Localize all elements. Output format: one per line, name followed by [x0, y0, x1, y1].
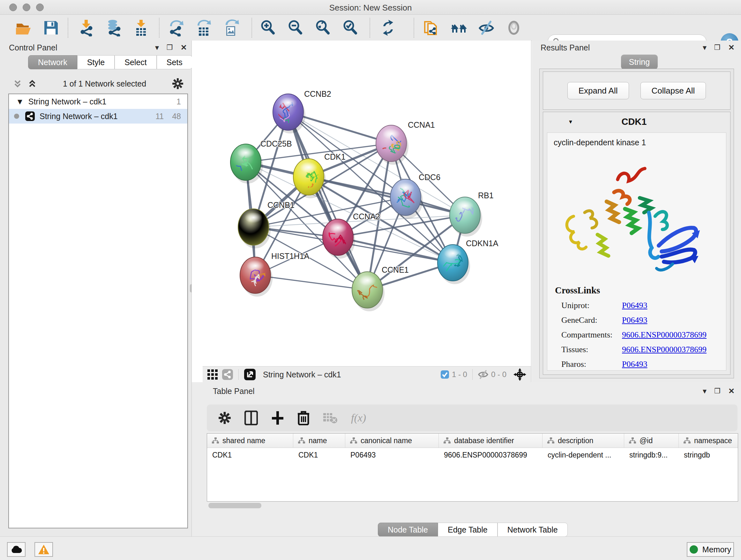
- network-share-gray-icon[interactable]: [222, 369, 233, 380]
- hide-selected-eye-icon[interactable]: [477, 19, 495, 37]
- table-cell[interactable]: P06493: [345, 448, 439, 462]
- column-type-icon: [547, 437, 555, 444]
- control-panel-title: Control Panel: [9, 43, 57, 52]
- export-image-icon[interactable]: [222, 19, 240, 37]
- column-header-description[interactable]: description: [542, 434, 624, 448]
- column-type-icon: [298, 437, 306, 444]
- table-horizontal-scrollbar[interactable]: [208, 503, 261, 508]
- control-panel-float-icon[interactable]: ❒: [166, 44, 173, 52]
- crosslink-link[interactable]: P06493: [622, 301, 647, 310]
- fit-selected-crosshair-icon[interactable]: [514, 368, 526, 381]
- column-header-shared-name[interactable]: shared name: [207, 434, 293, 448]
- tab-select[interactable]: Select: [115, 55, 156, 69]
- add-column-plus-icon[interactable]: [271, 411, 284, 425]
- table-cell[interactable]: stringdb: [679, 448, 738, 462]
- node-label-cdkn1a: CDKN1A: [466, 239, 498, 248]
- clone-network-icon[interactable]: [422, 19, 441, 37]
- network-collection-row[interactable]: ▼ String Network – cdk1 1: [9, 94, 187, 109]
- import-table-file-icon[interactable]: [132, 19, 150, 37]
- control-panel-close-icon[interactable]: ✕: [181, 43, 187, 52]
- table-row[interactable]: CDK1CDK1P064939606.ENSP00000378699cyclin…: [207, 448, 738, 462]
- column-header-name[interactable]: name: [293, 434, 345, 448]
- node-label-ccna1: CCNA1: [408, 120, 435, 129]
- warning-button[interactable]: [35, 542, 53, 557]
- expand-all-networks-icon[interactable]: [27, 79, 37, 88]
- zoom-out-icon[interactable]: [286, 19, 305, 37]
- network-row-selected[interactable]: String Network – cdk1 11 48: [9, 109, 187, 124]
- node-label-rb1: RB1: [478, 191, 494, 200]
- bottom-status-bar: Memory: [0, 537, 741, 560]
- warning-icon: [38, 544, 50, 555]
- node-table[interactable]: shared namenamecanonical namedatabase id…: [207, 433, 738, 502]
- show-columns-icon[interactable]: [245, 411, 258, 425]
- save-session-icon[interactable]: [42, 19, 60, 37]
- birdseye-grid-icon[interactable]: [207, 369, 218, 380]
- collapse-all-networks-icon[interactable]: [13, 79, 22, 88]
- tab-style[interactable]: Style: [77, 55, 115, 69]
- network-graph[interactable]: CCNB2CCNA1CDC25BCDK1CDC6RB1CCNB1CCNA2CDK…: [192, 41, 531, 366]
- show-all-eye-icon[interactable]: [505, 19, 523, 37]
- memory-button[interactable]: Memory: [687, 542, 734, 557]
- table-panel: Table Panel ▾ ❒ ✕ f(x): [192, 382, 741, 537]
- results-panel-collapse-icon[interactable]: ▾: [703, 43, 706, 52]
- tab-sets[interactable]: Sets: [157, 55, 192, 69]
- table-panel-float-icon[interactable]: ❒: [714, 387, 721, 395]
- table-panel-collapse-icon[interactable]: ▾: [703, 387, 706, 395]
- column-header-canonical-name[interactable]: canonical name: [345, 434, 439, 448]
- network-view-title: String Network – cdk1: [263, 370, 341, 379]
- hidden-count: 0 - 0: [491, 370, 507, 379]
- expand-all-button[interactable]: Expand All: [567, 82, 629, 99]
- table-settings-gear-icon[interactable]: [218, 412, 231, 424]
- tab-network[interactable]: Network: [28, 55, 77, 69]
- crosslink-row: Tissues:9606.ENSP00000378699: [561, 345, 726, 354]
- network-options-gear-icon[interactable]: [172, 78, 184, 89]
- column-header-database-identifier[interactable]: database identifier: [439, 434, 542, 448]
- export-network-icon[interactable]: [167, 19, 185, 37]
- control-panel: Control Panel ▾ ❒ ✕ Network Style Select…: [0, 41, 192, 537]
- title-bar: Session: New Session: [0, 0, 741, 15]
- crosslink-label: Tissues:: [561, 345, 622, 354]
- open-in-browser-icon[interactable]: [244, 368, 256, 381]
- table-cell[interactable]: cyclin-dependent ...: [542, 448, 624, 462]
- control-panel-collapse-icon[interactable]: ▾: [155, 43, 159, 52]
- tab-node-table[interactable]: Node Table: [378, 523, 438, 537]
- table-cell[interactable]: CDK1: [293, 448, 345, 462]
- column-header-namespace[interactable]: namespace: [679, 434, 738, 448]
- zoom-selected-icon[interactable]: [341, 19, 359, 37]
- table-header-row[interactable]: shared namenamecanonical namedatabase id…: [207, 434, 738, 448]
- import-network-database-icon[interactable]: [105, 19, 123, 37]
- selected-checkbox-icon[interactable]: [441, 370, 449, 379]
- tree-expand-icon[interactable]: ▼: [16, 97, 24, 106]
- cloud-button[interactable]: [7, 542, 25, 557]
- tab-edge-table[interactable]: Edge Table: [438, 523, 497, 537]
- network-canvas[interactable]: CCNB2CCNA1CDC25BCDK1CDC6RB1CCNB1CCNA2CDK…: [192, 41, 531, 382]
- network-share-icon: [25, 111, 35, 121]
- zoom-fit-icon[interactable]: [314, 19, 332, 37]
- layout-houses-icon[interactable]: [450, 19, 468, 37]
- results-panel-close-icon[interactable]: ✕: [728, 43, 735, 52]
- crosslink-link[interactable]: 9606.ENSP00000378699: [622, 330, 706, 340]
- open-session-icon[interactable]: [15, 19, 32, 37]
- network-tree: ▼ String Network – cdk1 1 String Network…: [8, 94, 188, 528]
- protein-collapse-icon[interactable]: ▼: [568, 119, 573, 125]
- delete-column-trash-icon[interactable]: [297, 411, 310, 425]
- crosslink-row: Uniprot:P06493: [561, 301, 726, 310]
- crosslink-link[interactable]: 9606.ENSP00000378699: [622, 345, 706, 354]
- tab-network-table[interactable]: Network Table: [497, 523, 568, 537]
- refresh-icon[interactable]: [379, 19, 397, 37]
- table-cell[interactable]: stringdb:9...: [624, 448, 679, 462]
- crosslink-link[interactable]: P06493: [622, 360, 647, 369]
- crosslink-label: Compartments:: [561, 330, 622, 340]
- import-network-file-icon[interactable]: [77, 19, 95, 37]
- column-type-icon: [212, 437, 219, 444]
- tab-string[interactable]: String: [621, 55, 658, 69]
- collapse-all-button[interactable]: Collapse All: [641, 82, 706, 99]
- table-cell[interactable]: 9606.ENSP00000378699: [439, 448, 542, 462]
- results-panel-float-icon[interactable]: ❒: [714, 44, 721, 52]
- table-cell[interactable]: CDK1: [207, 448, 293, 462]
- column-header--id[interactable]: @id: [624, 434, 679, 448]
- table-panel-close-icon[interactable]: ✕: [728, 387, 735, 395]
- crosslink-link[interactable]: P06493: [622, 315, 647, 325]
- export-table-icon[interactable]: [195, 19, 212, 37]
- zoom-in-icon[interactable]: [259, 19, 277, 37]
